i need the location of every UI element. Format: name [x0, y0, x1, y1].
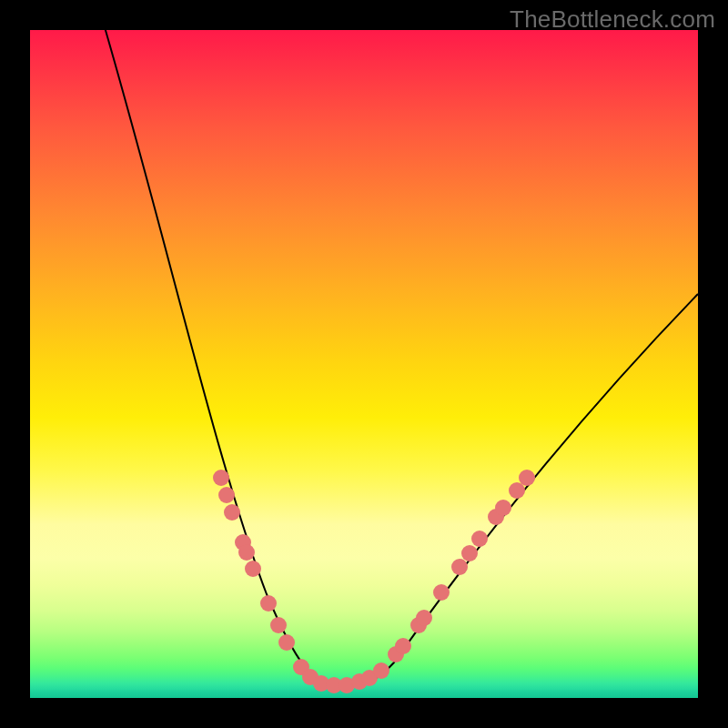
highlight-dot — [278, 634, 295, 651]
highlight-dot — [519, 470, 535, 486]
highlight-dot — [224, 504, 240, 521]
highlight-dot — [373, 662, 389, 679]
highlight-dot — [471, 531, 488, 547]
highlight-dot — [260, 595, 277, 612]
bottleneck-curve — [103, 21, 698, 685]
highlight-dot — [238, 544, 255, 561]
highlight-dot — [416, 610, 432, 626]
highlight-dot — [218, 487, 235, 503]
highlight-dot — [451, 559, 468, 575]
chart-plot-area — [30, 30, 698, 698]
highlight-dot — [509, 482, 525, 499]
highlight-dot — [461, 545, 478, 561]
highlight-dot — [213, 470, 229, 486]
highlight-dot — [270, 617, 287, 633]
highlight-dot — [495, 500, 511, 516]
highlight-dot — [433, 584, 450, 601]
highlight-dot — [395, 638, 411, 654]
highlight-dot — [245, 561, 261, 577]
chart-svg — [30, 30, 698, 698]
